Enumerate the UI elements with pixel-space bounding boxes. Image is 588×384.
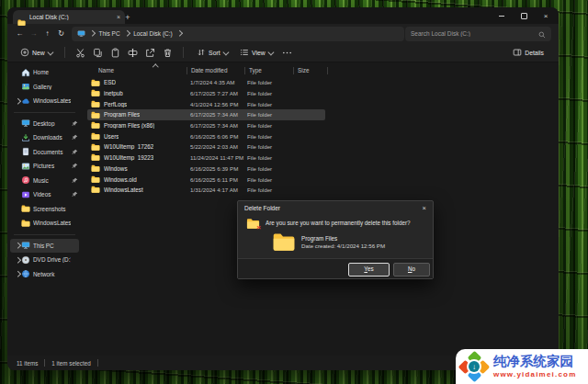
sidebar-divider (14, 234, 75, 235)
folder-icon (91, 186, 100, 194)
sidebar-quick-group: Home Gallery WindowsLatest - Pe (7, 65, 82, 108)
command-bar: New Sort View (7, 43, 559, 62)
file-name: ESD (104, 79, 116, 85)
column-header-date-modified[interactable]: Date modified (187, 64, 244, 76)
more-options-button[interactable] (279, 45, 295, 60)
new-button[interactable]: New (15, 45, 57, 60)
share-button[interactable] (142, 45, 158, 60)
sort-button[interactable]: Sort (191, 45, 232, 60)
sidebar-item-label: Documents (33, 149, 71, 155)
close-button[interactable]: × (535, 7, 557, 24)
dialog-footer: Yes No (238, 258, 433, 278)
file-date-modified: 6/16/2025 6:39 PM (187, 165, 243, 172)
file-row[interactable]: Program Files (x86) 6/17/2025 7:34 AM Fi… (87, 120, 325, 131)
file-name: inetpub (104, 90, 123, 96)
folder-icon (21, 204, 30, 213)
forward-button[interactable]: → (27, 29, 40, 38)
items-count: 11 items (17, 360, 38, 367)
folder-icon (91, 89, 100, 97)
sidebar-item-label: WindowsLatest - Pe (33, 97, 71, 104)
breadcrumb[interactable]: This PC Local Disk (C:) (72, 27, 404, 41)
refresh-button[interactable]: ↻ (54, 29, 68, 38)
file-row[interactable]: W10UItemp_19223 11/24/2024 11:47 PM File… (87, 152, 325, 164)
toolbar-divider (64, 47, 65, 58)
documents-icon (21, 147, 30, 156)
explorer-tab[interactable]: Local Disk (C:) × (13, 10, 125, 24)
maximize-button[interactable] (513, 7, 535, 24)
view-button[interactable]: View (234, 45, 277, 60)
sidebar-item-label: Desktop (33, 120, 71, 127)
column-divider[interactable] (327, 67, 328, 74)
file-row[interactable]: Windows.old 6/16/2025 6:11 PM File folde… (87, 174, 325, 185)
file-row[interactable]: Program Files 6/17/2025 7:34 AM File fol… (87, 109, 325, 120)
navigation-pane: Home Gallery WindowsLatest - Pe Desktop … (7, 62, 82, 356)
this-pc-icon (77, 30, 85, 38)
sidebar-item-dvd-drive-d-ccc[interactable]: DVD Drive (D:) CCC (10, 253, 79, 267)
sidebar-pinned-group: Desktop Downloads Documents Pictures Mus… (7, 117, 82, 231)
file-row[interactable]: PerfLogs 4/1/2024 12:56 PM File folder (87, 98, 325, 109)
folder-icon (91, 164, 100, 173)
column-header-type[interactable]: Type (245, 64, 293, 76)
delete-button[interactable] (160, 45, 175, 60)
folder-icon (91, 100, 100, 108)
chevron-right-icon (15, 98, 20, 104)
file-name: WindowsLatest (104, 186, 143, 193)
up-button[interactable]: ↑ (40, 29, 54, 38)
file-rows: ESD 1/7/2024 4:35 AM File folder inetpub… (87, 77, 559, 196)
file-row[interactable]: Windows 6/16/2025 6:39 PM File folder (87, 164, 325, 175)
dialog-close-icon[interactable]: × (423, 204, 426, 212)
rename-button[interactable] (125, 45, 141, 60)
sidebar-item-label: Videos (33, 191, 71, 198)
column-header-size[interactable]: Size (294, 64, 327, 76)
chevron-down-icon (267, 49, 273, 54)
sidebar-item-windowslatest-pe[interactable]: WindowsLatest - Pe (10, 94, 79, 108)
view-icon (240, 48, 249, 57)
sidebar-item-music[interactable]: Music (10, 174, 79, 188)
maximize-icon (521, 13, 527, 19)
breadcrumb-this-pc[interactable]: This PC (99, 30, 120, 37)
sidebar-item-network[interactable]: Network (10, 267, 79, 282)
new-tab-button[interactable]: + (121, 10, 134, 24)
sidebar-item-downloads[interactable]: Downloads (10, 130, 79, 145)
column-header-name[interactable]: Name (87, 64, 187, 76)
sidebar-item-windowslatest[interactable]: WindowsLatest (10, 216, 79, 231)
copy-button[interactable] (90, 45, 106, 60)
sidebar-item-videos[interactable]: Videos (10, 187, 79, 202)
file-row[interactable]: inetpub 6/17/2025 7:27 AM File folder (87, 88, 325, 99)
sidebar-item-documents[interactable]: Documents (10, 145, 79, 160)
file-date-modified: 6/17/2025 7:34 AM (187, 122, 243, 129)
yes-button[interactable]: Yes (348, 263, 390, 277)
minimize-button[interactable] (491, 7, 513, 24)
breadcrumb-local-disk[interactable]: Local Disk (C:) (133, 30, 173, 37)
file-row[interactable]: ESD 1/7/2024 4:35 AM File folder (87, 77, 325, 88)
sidebar-item-pictures[interactable]: Pictures (10, 159, 79, 174)
folder-icon (17, 14, 26, 21)
sidebar-item-home[interactable]: Home (10, 65, 79, 80)
sidebar-item-label: Screenshots (33, 206, 71, 212)
sidebar-item-this-pc[interactable]: This PC (10, 239, 79, 254)
selection-count: 1 item selected (51, 360, 90, 367)
chevron-right-icon (15, 243, 20, 248)
file-row[interactable]: W10UItemp_17262 5/22/2024 2:03 AM File f… (87, 141, 325, 152)
file-type: File folder (243, 122, 291, 129)
desktop-icon (21, 119, 30, 128)
paste-button[interactable] (107, 45, 123, 60)
file-date-modified: 11/24/2024 11:47 PM (187, 154, 243, 161)
no-button[interactable]: No (393, 263, 430, 277)
details-pane-button[interactable]: Details (507, 45, 549, 60)
back-button[interactable]: ← (13, 29, 27, 38)
sidebar-item-gallery[interactable]: Gallery (10, 80, 79, 95)
file-type: File folder (243, 186, 291, 193)
file-row[interactable]: WindowsLatest 1/31/2024 4:17 AM File fol… (87, 185, 325, 196)
sidebar-item-screenshots[interactable]: Screenshots (10, 202, 79, 217)
tab-close-icon[interactable]: × (117, 14, 120, 20)
delete-folder-dialog: Delete Folder × × Are you sure you want … (237, 200, 434, 279)
watermark: ↓ 纯净系统家园 www.yidaimei.com (456, 349, 588, 384)
sidebar-item-label: Home (33, 69, 71, 75)
downloads-icon (21, 133, 30, 142)
file-row[interactable]: Users 6/16/2025 6:06 PM File folder (87, 130, 325, 141)
search-box[interactable] (405, 27, 551, 41)
cut-button[interactable] (73, 45, 88, 60)
sidebar-item-desktop[interactable]: Desktop (10, 117, 79, 131)
search-input[interactable] (411, 30, 538, 37)
